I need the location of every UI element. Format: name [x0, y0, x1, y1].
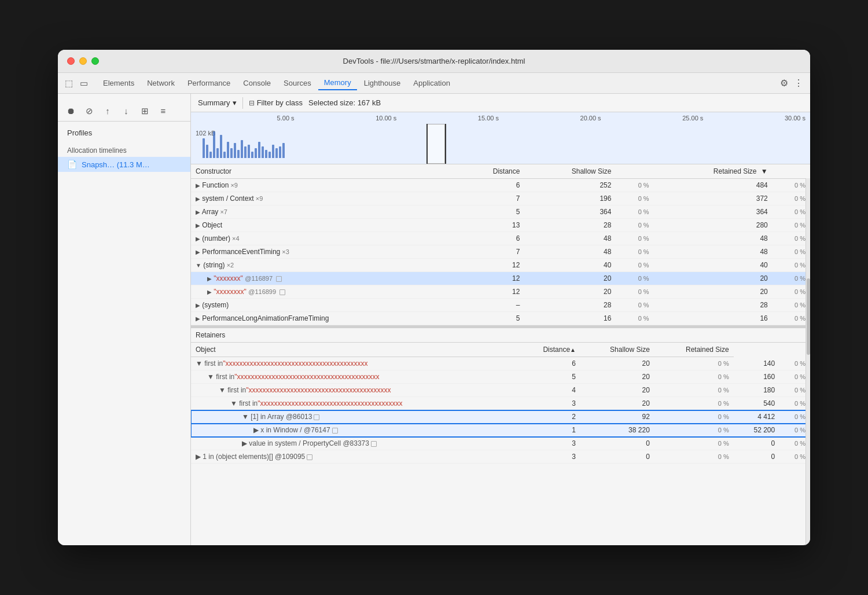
tab-elements[interactable]: Elements [97, 76, 140, 90]
retainer-id: @83373 [341, 439, 369, 447]
profiles-header: Profiles [58, 126, 190, 142]
cell-ret-distance: 3 [517, 397, 581, 410]
action-icons: ⏺ ⊘ ↑ ↓ ⊞ ≡ [65, 105, 169, 117]
list-item[interactable]: ▶ value in system / PropertyCell @83373 … [191, 437, 810, 450]
table-row[interactable]: ▶ "xxxxxxxx" @116899 12 20 0 % 20 0 % [191, 285, 810, 299]
retainer-copy-icon[interactable] [371, 441, 377, 447]
cell-retained-pct: 0 % [773, 219, 810, 232]
object-id: @116897 [245, 275, 273, 282]
tab-network[interactable]: Network [141, 76, 181, 90]
constructor-name: system / Context [202, 194, 253, 203]
row-expander: ▶ [196, 236, 200, 242]
tab-memory[interactable]: Memory [318, 76, 357, 90]
tab-sources[interactable]: Sources [278, 76, 317, 90]
list-item[interactable]: ▼ first in"xxxxxxxxxxxxxxxxxxxxxxxxxxxxx… [191, 370, 810, 384]
cell-retained-pct: 0 % [773, 259, 810, 272]
settings-icon[interactable]: ⚙ [780, 78, 788, 89]
cell-ret-retained: 140 [734, 357, 780, 370]
collect-icon[interactable]: ⊞ [139, 105, 150, 117]
traffic-lights [67, 57, 99, 65]
timeline-area[interactable]: 5.00 s 10.00 s 15.00 s 20.00 s 25.00 s 3… [191, 112, 810, 164]
constructor-count: ×7 [218, 208, 227, 215]
table-row[interactable]: ▶ Function ×9 6 252 0 % 484 0 % [191, 179, 810, 192]
download-icon[interactable]: ↓ [120, 105, 132, 117]
settings2-icon[interactable]: ≡ [157, 105, 169, 117]
cell-object: ▶ x in Window / @76147 [191, 424, 517, 437]
cell-shallow-pct: 0 % [616, 272, 653, 285]
minimize-button[interactable] [79, 57, 87, 65]
summary-dropdown[interactable]: Summary ▾ [198, 98, 237, 107]
list-item[interactable]: ▶ 1 in (object elements)[] @109095 3 0 0… [191, 450, 810, 464]
copy-link-icon[interactable] [279, 289, 285, 295]
tab-lighthouse[interactable]: Lighthouse [358, 76, 407, 90]
cell-ret-distance: 5 [517, 370, 581, 384]
cell-constructor: ▶ (number) ×4 [191, 232, 457, 245]
copy-link-icon[interactable] [276, 276, 282, 282]
maximize-button[interactable] [91, 57, 99, 65]
table-row[interactable]: ▶ system / Context ×9 7 196 0 % 372 0 % [191, 192, 810, 205]
cell-distance: – [457, 299, 525, 312]
tab-performance[interactable]: Performance [182, 76, 236, 90]
cell-shallow-pct: 0 % [616, 312, 653, 325]
retainer-prefix: ▼ first in [219, 386, 246, 394]
selected-size: Selected size: 167 kB [308, 98, 381, 107]
tab-console[interactable]: Console [237, 76, 277, 90]
cell-ret-shallow-pct: 0 % [654, 384, 734, 397]
record-icon[interactable]: ⏺ [65, 105, 76, 117]
table-row[interactable]: ▶ PerformanceLongAnimationFrameTiming 5 … [191, 312, 810, 325]
time-label-2: 5.00 s [277, 115, 295, 122]
list-item[interactable]: ▼ first in"xxxxxxxxxxxxxxxxxxxxxxxxxxxxx… [191, 397, 810, 410]
ret-col-distance[interactable]: Distance▲ [517, 343, 581, 357]
timeline-bar [272, 145, 274, 158]
cell-retained-pct: 0 % [773, 272, 810, 285]
table-row[interactable]: ▶ Array ×7 5 364 0 % 364 0 % [191, 205, 810, 219]
table-row[interactable]: ▼ (string) ×2 12 40 0 % 40 0 % [191, 259, 810, 272]
cell-constructor: ▶ PerformanceEventTiming ×3 [191, 245, 457, 259]
upload-icon[interactable]: ↑ [102, 105, 113, 117]
list-item[interactable]: ▶ x in Window / @76147 1 38 220 0 % 52 2… [191, 424, 810, 437]
cell-retained: 48 [654, 232, 773, 245]
ret-col-shallow: Shallow Size [580, 343, 654, 357]
cell-object: ▶ value in system / PropertyCell @83373 [191, 437, 517, 450]
retainer-copy-icon[interactable] [314, 414, 319, 420]
toolbar-right: ⚙ ⋮ [780, 78, 803, 89]
cell-ret-distance: 6 [517, 357, 581, 370]
retainer-copy-icon[interactable] [307, 454, 312, 460]
constructor-name: PerformanceLongAnimationFrameTiming [202, 314, 329, 322]
table-row[interactable]: ▶ "xxxxxxx" @116897 12 20 0 % 20 0 % [191, 272, 810, 285]
filter-by-class-button[interactable]: ⊟ Filter by class [249, 98, 303, 107]
table-row[interactable]: ▶ Object 13 28 0 % 280 0 % [191, 219, 810, 232]
list-item[interactable]: ▼ first in"xxxxxxxxxxxxxxxxxxxxxxxxxxxxx… [191, 384, 810, 397]
col-retained-size[interactable]: Retained Size ▼ [654, 164, 773, 179]
close-button[interactable] [67, 57, 75, 65]
list-item[interactable]: ▼ [1] in Array @86013 2 92 0 % 4 412 0 % [191, 410, 810, 424]
cell-distance: 7 [457, 192, 525, 205]
retainer-copy-icon[interactable] [332, 428, 338, 434]
device-icon[interactable]: ▭ [80, 78, 88, 89]
retainer-prefix: ▼ [1] in Array [242, 413, 284, 421]
devtools-icons: ⬚ ▭ [65, 78, 88, 89]
constructor-name: Function [202, 181, 229, 189]
timeline-bar [227, 142, 229, 159]
list-item[interactable]: ▼ first in"xxxxxxxxxxxxxxxxxxxxxxxxxxxxx… [191, 357, 810, 370]
profiles-label: Profiles [67, 128, 92, 137]
row-expander: ▶ [196, 302, 200, 308]
retainer-prefix: ▼ first in [230, 399, 258, 407]
scrollbar-thumb[interactable] [807, 278, 810, 355]
timeline-selection[interactable] [426, 124, 445, 164]
constructor-count: ×3 [280, 248, 289, 255]
constructor-name: Array [202, 208, 219, 216]
cell-shallow: 40 [524, 259, 616, 272]
tab-application[interactable]: Application [407, 76, 456, 90]
table-row[interactable]: ▶ PerformanceEventTiming ×3 7 48 0 % 48 … [191, 245, 810, 259]
timeline-bar [262, 146, 264, 158]
table-row[interactable]: ▶ (number) ×4 6 48 0 % 48 0 % [191, 232, 810, 245]
constructor-table: Constructor Distance Shallow Size Retain… [191, 164, 810, 325]
inspect-icon[interactable]: ⬚ [65, 78, 73, 89]
snapshot-item[interactable]: 📄 Snapsh… (11.3 M… [58, 157, 190, 172]
stop-icon[interactable]: ⊘ [83, 105, 95, 117]
table-row[interactable]: ▶ (system) – 28 0 % 28 0 % [191, 299, 810, 312]
cell-ret-shallow-pct: 0 % [654, 397, 734, 410]
scrollbar[interactable] [806, 164, 810, 545]
more-options-icon[interactable]: ⋮ [794, 78, 803, 89]
